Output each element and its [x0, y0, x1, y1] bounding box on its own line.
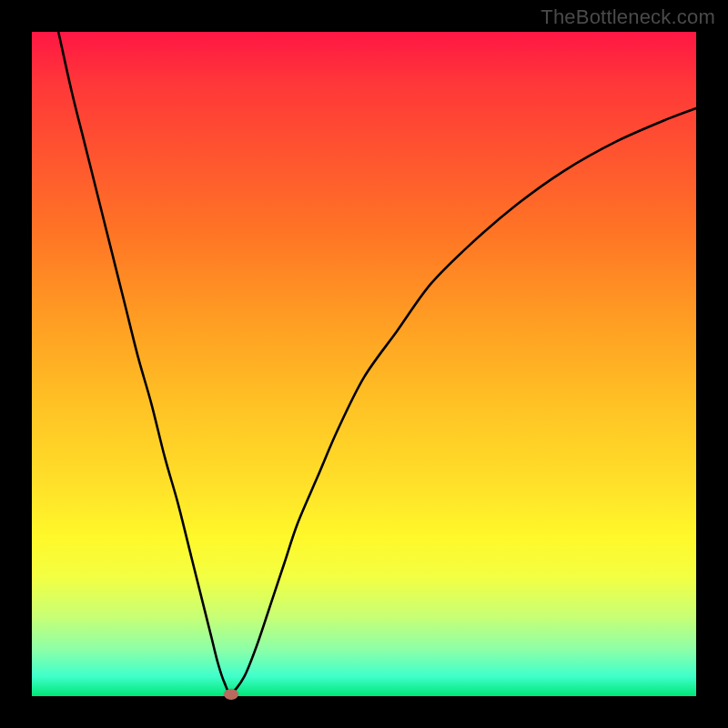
bottleneck-curve	[32, 32, 696, 696]
optimal-point-marker	[224, 689, 238, 700]
plot-area	[32, 32, 696, 696]
watermark-text: TheBottleneck.com	[541, 5, 715, 29]
chart-container: TheBottleneck.com	[0, 0, 728, 728]
